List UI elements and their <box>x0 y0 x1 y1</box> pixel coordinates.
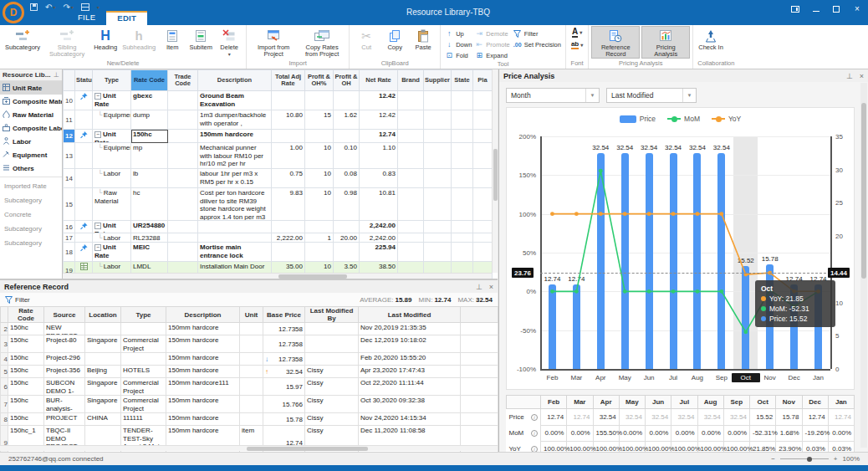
cell-state[interactable] <box>452 91 473 110</box>
cell-profit-oh[interactable] <box>334 130 360 143</box>
cell-description[interactable]: 1m3 dumper/backhole with operator , 32m3… <box>198 110 272 130</box>
table-row[interactable]: 8150hcPROJECTCHINA111111150mm hardcore15… <box>1 413 498 426</box>
column-header-net-rate[interactable]: Net Rate <box>360 70 398 91</box>
table-row[interactable]: 14└Laborlblabour 1hr per m3 x RM5 per hr… <box>64 169 493 188</box>
cell-total-adj-rate[interactable] <box>272 130 305 143</box>
column-header-supplier[interactable]: Supplier <box>424 70 452 91</box>
cell-type[interactable]: └Labor <box>93 169 131 188</box>
cell-state[interactable] <box>452 130 473 143</box>
cell-total-adj-rate[interactable]: 2,222.00 <box>272 233 305 243</box>
price-bar[interactable] <box>646 153 653 369</box>
cell-net-rate[interactable]: 12.42 <box>360 110 398 130</box>
price-bar[interactable] <box>621 153 629 369</box>
row-number[interactable]: 15 <box>64 188 75 221</box>
cell-brand[interactable] <box>398 221 424 233</box>
table-row[interactable]: 6150hcSUBCON DEMO 1-scop1SingaporeCommer… <box>1 378 498 396</box>
cell-pla[interactable] <box>473 91 493 110</box>
cell-net-rate[interactable]: 12.74 <box>360 130 398 143</box>
cell-profit-oh[interactable]: 1.62 <box>334 110 360 130</box>
cell-profit-oh-pct[interactable]: 10 <box>305 188 334 221</box>
row-number[interactable]: 18 <box>64 243 75 262</box>
cell-net-rate[interactable]: 0.83 <box>360 169 398 188</box>
column-header-status[interactable]: Status <box>75 70 93 91</box>
price-bar[interactable] <box>717 153 725 369</box>
column-header-unit[interactable]: Unit <box>240 307 263 323</box>
cell-status[interactable] <box>75 110 93 130</box>
close-icon[interactable]: × <box>853 5 861 13</box>
cell-net-rate[interactable]: 12.42 <box>360 91 398 110</box>
cell-total-adj-rate[interactable]: 9.83 <box>272 188 305 221</box>
price-bar[interactable] <box>742 266 749 369</box>
cell-pla[interactable] <box>473 143 493 169</box>
column-header-num[interactable] <box>64 70 75 91</box>
cell-trade-code[interactable] <box>168 233 198 243</box>
cell-trade-code[interactable] <box>168 221 198 233</box>
font-color-button[interactable]: A▾ <box>569 26 585 38</box>
cell-total-adj-rate[interactable] <box>272 243 305 262</box>
cell-total-adj-rate[interactable]: 1.00 <box>272 143 305 169</box>
column-header-last-modified[interactable]: Last Modified <box>359 307 461 323</box>
cell-brand[interactable] <box>398 143 424 169</box>
cell-trade-code[interactable] <box>168 91 198 110</box>
cell-brand[interactable] <box>398 91 424 110</box>
sidebar-item-subcategory[interactable]: Subcategory <box>0 193 62 207</box>
cell-profit-oh[interactable]: 20.00 <box>334 233 360 243</box>
set-precision-button[interactable]: .00Set Precision <box>513 39 561 49</box>
info-icon[interactable]: i <box>531 430 538 437</box>
sidebar-item-subcategory[interactable]: Subcategory <box>0 236 62 250</box>
row-number[interactable]: 17 <box>64 233 75 243</box>
price-bar[interactable] <box>693 153 701 369</box>
collapse-toggle-icon[interactable]: − <box>94 131 101 138</box>
cell-supplier[interactable] <box>424 169 452 188</box>
panel-toggle-icon[interactable] <box>791 6 799 13</box>
cell-type[interactable]: └Labor <box>93 233 131 243</box>
zoom-in-icon[interactable]: + <box>834 455 838 463</box>
cell-brand[interactable] <box>398 233 424 243</box>
cell-description[interactable]: Cost per ton hardcore diliver to site RM… <box>198 188 272 221</box>
cell-type[interactable]: −Unit Rate <box>93 243 131 262</box>
table-row[interactable]: 12−Unit Rate150hc150mm hardcore12.74 <box>64 130 493 143</box>
column-header-state[interactable]: State <box>452 70 473 91</box>
cell-description[interactable] <box>198 221 272 233</box>
sidebar-item-labor[interactable]: Labor <box>0 135 62 148</box>
cell-state[interactable] <box>452 110 473 130</box>
cell-pla[interactable] <box>473 188 493 221</box>
column-header-base-price[interactable]: Base Price <box>263 307 305 323</box>
cell-description[interactable]: Mortise main entrance lock <box>198 243 272 262</box>
cell-description[interactable]: Mechanical punner with labour RM10 per h… <box>198 143 272 169</box>
item-button[interactable]: Item <box>158 26 186 51</box>
column-header-total-adj-rate[interactable]: Total Adj Rate <box>272 70 305 91</box>
column-header-type[interactable]: Type <box>121 307 166 323</box>
cell-pla[interactable] <box>473 110 493 130</box>
cell-description[interactable]: Ground Beam Excavation <box>198 91 272 110</box>
filter-button[interactable]: Filter <box>513 28 561 38</box>
table-row[interactable]: 17└LaborRL232882,222.00120.002,242.00 <box>64 233 493 243</box>
cell-rate-code[interactable]: UR254880 <box>131 221 168 233</box>
collapse-toggle-icon[interactable]: − <box>94 244 101 251</box>
cell-rate-code[interactable]: 150hc <box>131 130 168 143</box>
cell-type[interactable]: └Equipment <box>93 143 131 169</box>
pin-icon[interactable]: ⊥ <box>476 283 483 291</box>
price-bar[interactable] <box>573 284 580 369</box>
copy-button[interactable]: Copy <box>380 26 409 51</box>
panel-vertical-scrollbar[interactable] <box>860 83 867 448</box>
cell-status[interactable] <box>75 143 93 169</box>
cell-trade-code[interactable] <box>168 110 198 130</box>
cell-supplier[interactable] <box>424 143 452 169</box>
row-number[interactable]: 13 <box>64 143 75 169</box>
cell-profit-oh-pct[interactable] <box>305 91 334 110</box>
grid-vertical-scrollbar[interactable] <box>492 69 498 273</box>
up-button[interactable]: ↑Up <box>445 28 472 38</box>
zoom-slider[interactable] <box>780 458 829 459</box>
cell-net-rate[interactable]: 2,242.00 <box>360 233 398 243</box>
column-header-last-modified-by[interactable]: Last Modified By <box>305 307 359 323</box>
cell-pla[interactable] <box>473 221 493 233</box>
column-header-source[interactable]: Source <box>44 307 85 323</box>
cell-pla[interactable] <box>473 130 493 143</box>
minimize-icon[interactable] <box>813 7 819 12</box>
import-from-project-button[interactable]: Import from Project <box>249 26 298 58</box>
cell-profit-oh[interactable]: 0.98 <box>334 188 360 221</box>
cell-net-rate[interactable]: 2,242.00 <box>360 221 398 233</box>
column-header-description[interactable]: Description <box>198 70 272 91</box>
grid-horizontal-scrollbar[interactable] <box>63 273 492 279</box>
